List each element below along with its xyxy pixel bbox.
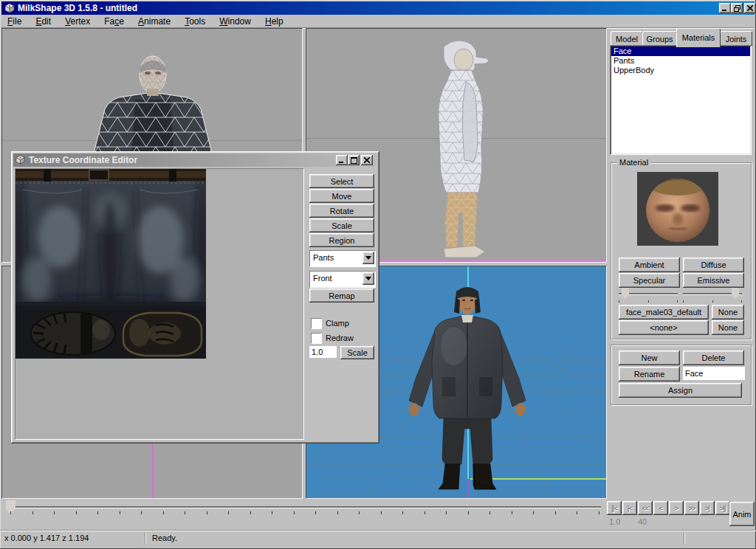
texture-editor-minimize-button[interactable] xyxy=(336,155,348,165)
shininess-slider-thumb[interactable] xyxy=(732,288,739,300)
texture-none-button[interactable]: None xyxy=(712,305,744,320)
delete-material-button[interactable]: Delete xyxy=(683,351,744,365)
timeline-track[interactable] xyxy=(6,506,601,508)
material-groupbox: Material xyxy=(611,162,752,339)
anim-end-frame-field xyxy=(636,517,663,526)
tce-move-button[interactable]: Move xyxy=(309,189,374,203)
menu-edit[interactable]: Edit xyxy=(30,15,57,29)
tce-redraw-checkbox[interactable] xyxy=(311,333,322,344)
tce-redraw-label: Redraw xyxy=(326,334,354,342)
chevron-down-icon[interactable] xyxy=(362,272,374,285)
playback-prev-key-button[interactable]: |< xyxy=(622,501,637,515)
menu-animate[interactable]: Animate xyxy=(132,15,176,29)
minimize-icon xyxy=(722,5,728,11)
playback-next-key-button[interactable]: >| xyxy=(700,501,715,515)
materials-listbox: Face Pants UpperBody xyxy=(610,45,752,155)
status-bar: x 0.000 y 1.417 z 1.194 Ready. xyxy=(0,530,756,547)
ambient-button[interactable]: Ambient xyxy=(619,258,680,272)
animation-bar: ||< |< << < > >> >| >|| Anim xyxy=(0,499,756,530)
texture-editor-icon xyxy=(16,155,25,165)
window-title: MilkShape 3D 1.5.8 - untitled xyxy=(18,3,137,13)
tab-groups[interactable]: Groups xyxy=(642,31,677,46)
material-group-title: Material xyxy=(617,158,650,167)
playback-fast-forward-button[interactable]: >> xyxy=(684,501,699,515)
texture-editor-close-button[interactable] xyxy=(361,155,373,165)
playback-step-forward-button[interactable]: > xyxy=(669,501,684,515)
playback-step-back-button[interactable]: < xyxy=(653,501,668,515)
playback-last-frame-button[interactable]: >|| xyxy=(715,501,730,515)
playback-first-frame-button[interactable]: ||< xyxy=(607,501,622,515)
diffuse-button[interactable]: Diffuse xyxy=(683,258,744,272)
tce-scale-button[interactable]: Scale xyxy=(309,218,374,232)
texture-editor-maximize-button[interactable] xyxy=(348,155,360,165)
status-message: Ready. xyxy=(152,534,177,542)
menu-bar: File Edit Vertex Face Animate Tools Wind… xyxy=(1,15,755,28)
texture-editor-canvas[interactable] xyxy=(15,168,304,440)
list-item-upperbody[interactable]: UpperBody xyxy=(611,66,750,75)
tce-view-dropdown[interactable]: Front xyxy=(309,271,376,288)
menu-vertex[interactable]: Vertex xyxy=(59,15,96,29)
transparency-slider-thumb[interactable] xyxy=(622,288,629,300)
restore-button[interactable] xyxy=(731,3,743,13)
material-name-input[interactable] xyxy=(683,367,745,380)
texture-map-button[interactable]: face_male03_default xyxy=(619,305,709,320)
menu-face[interactable]: Face xyxy=(98,15,130,29)
tce-clamp-checkbox[interactable] xyxy=(311,318,322,329)
assign-material-button[interactable]: Assign xyxy=(619,383,742,398)
timeline-ticks xyxy=(6,511,601,516)
tce-remap-button[interactable]: Remap xyxy=(309,289,374,303)
tce-view-dropdown-value: Front xyxy=(313,274,332,283)
specular-button[interactable]: Specular xyxy=(619,273,680,288)
tce-select-button[interactable]: Select xyxy=(309,174,374,188)
tce-region-button[interactable]: Region xyxy=(309,233,374,247)
tce-scale-apply-button[interactable]: Scale xyxy=(340,346,374,359)
right-panel: Model Groups Materials Joints Face Pants… xyxy=(607,27,755,499)
tce-group-dropdown-value: Pants xyxy=(313,253,334,262)
texture-coordinate-editor-window: Texture Coordinate Editor xyxy=(11,151,379,443)
app-icon xyxy=(4,3,15,13)
texture-editor-title-bar: Texture Coordinate Editor xyxy=(13,153,377,167)
material-preview xyxy=(637,172,718,246)
chevron-down-icon[interactable] xyxy=(362,252,374,264)
new-material-button[interactable]: New xyxy=(619,351,680,365)
tab-model[interactable]: Model xyxy=(611,31,643,46)
restore-icon xyxy=(734,5,740,12)
close-icon xyxy=(364,157,370,163)
close-icon xyxy=(747,5,753,11)
milkshape-app-window: MilkShape 3D 1.5.8 - untitled File Edit … xyxy=(0,0,756,549)
material-preview-sphere xyxy=(637,172,718,246)
tce-scale-value-input[interactable] xyxy=(309,346,337,358)
close-button[interactable] xyxy=(744,3,756,13)
tab-joints[interactable]: Joints xyxy=(720,31,752,46)
minimize-button[interactable] xyxy=(719,3,731,13)
tce-clamp-label: Clamp xyxy=(326,319,349,328)
alphamap-button[interactable]: <none> xyxy=(619,320,709,335)
playback-fast-back-button[interactable]: << xyxy=(638,501,653,515)
texture-editor-title: Texture Coordinate Editor xyxy=(29,155,137,165)
title-bar: MilkShape 3D 1.5.8 - untitled xyxy=(1,1,755,15)
menu-window[interactable]: Window xyxy=(213,15,257,29)
list-item-pants[interactable]: Pants xyxy=(611,56,750,66)
menu-help[interactable]: Help xyxy=(259,15,289,29)
menu-tools[interactable]: Tools xyxy=(179,15,211,29)
emissive-button[interactable]: Emissive xyxy=(683,273,744,288)
alphamap-none-button[interactable]: None xyxy=(712,320,744,335)
tab-materials[interactable]: Materials xyxy=(676,28,721,47)
maximize-icon xyxy=(351,157,357,164)
status-coordinates: x 0.000 y 1.417 z 1.194 xyxy=(4,534,89,542)
menu-file[interactable]: File xyxy=(1,15,27,29)
minimize-icon xyxy=(339,157,345,163)
tce-group-dropdown[interactable]: Pants xyxy=(309,250,376,267)
material-actions-groupbox: New Delete Rename Assign xyxy=(611,345,752,405)
tce-rotate-button[interactable]: Rotate xyxy=(309,204,374,218)
anim-start-frame-field xyxy=(607,517,633,526)
list-item-face[interactable]: Face xyxy=(611,46,750,56)
pants-texture-image xyxy=(16,169,206,359)
anim-toggle-button[interactable]: Anim xyxy=(729,502,755,526)
rename-material-button[interactable]: Rename xyxy=(619,367,680,381)
